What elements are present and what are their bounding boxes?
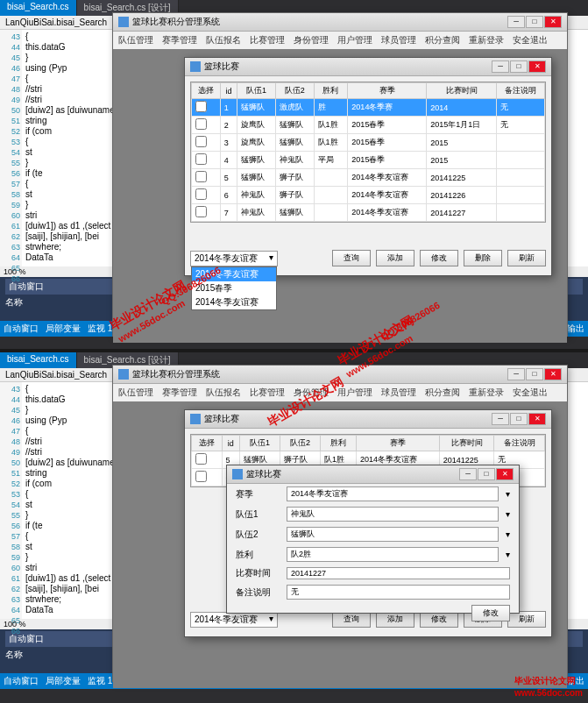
menu-item[interactable]: 队伍管理 <box>118 34 153 46</box>
team2-label: 队伍2 <box>236 529 280 541</box>
dialog-icon <box>190 61 201 72</box>
query-button[interactable]: 查询 <box>332 250 371 266</box>
dialog-icon <box>190 414 201 424</box>
chevron-down-icon: ▾ <box>506 509 510 519</box>
table-row[interactable]: 3旋鹰队猛狮队队1胜2015春季2015 <box>192 134 545 152</box>
app-icon <box>118 369 129 380</box>
time-field[interactable]: 20141227 <box>287 567 510 579</box>
menu-item[interactable]: 安全退出 <box>513 387 548 399</box>
match-list-dialog: 篮球比赛 ─ □ ✕ 选择id队伍1队伍2胜利赛季比赛时间备注说明1猛狮队激虎队… <box>184 57 552 276</box>
season-combo[interactable]: 2014冬季友谊赛▾ <box>190 251 278 266</box>
menu-item[interactable]: 重新登录 <box>469 34 504 46</box>
match-grid[interactable]: 选择id队伍1队伍2胜利赛季比赛时间备注说明1猛狮队激虎队胜2014冬季赛201… <box>190 82 546 223</box>
table-row[interactable]: 2旋鹰队猛狮队队1胜2015春季2015年1月1日无 <box>192 117 545 134</box>
team1-label: 队伍1 <box>236 508 280 521</box>
minimize-icon[interactable]: ─ <box>492 60 509 73</box>
menu-item[interactable]: 队伍管理 <box>118 387 153 399</box>
table-row[interactable]: 6神鬼队狮子队2014冬季友谊赛20141226 <box>192 187 545 204</box>
win-field[interactable]: 队2胜 <box>287 547 499 562</box>
dialog-icon <box>232 469 243 479</box>
edit-match-dialog: 篮球比赛 ─ □ ✕ 赛季2014冬季友谊赛▾ 队伍1神鬼队▾ 队伍2猛狮队▾ … <box>226 465 520 614</box>
maximize-icon[interactable]: □ <box>510 60 528 73</box>
maximize-icon[interactable]: □ <box>526 368 543 380</box>
chevron-down-icon: ▾ <box>506 489 510 499</box>
time-label: 比赛时间 <box>236 567 280 579</box>
close-icon[interactable]: ✕ <box>528 413 546 425</box>
table-row[interactable]: 5猛狮队狮子队2014冬季友谊赛20141225 <box>192 169 545 187</box>
table-row[interactable]: 1猛狮队激虎队胜2014冬季赛2014无 <box>192 99 545 117</box>
team2-field[interactable]: 猛狮队 <box>287 527 499 542</box>
add-button[interactable]: 添加 <box>376 250 414 266</box>
chevron-down-icon: ▾ <box>506 550 510 559</box>
menu-item[interactable]: 积分查阅 <box>425 387 460 399</box>
season-field[interactable]: 2014冬季友谊赛 <box>287 486 499 501</box>
win-label: 胜利 <box>236 549 280 561</box>
app-menu-bar: 队伍管理赛季管理队伍报名比赛管理身份管理用户管理球员管理积分查阅重新登录安全退出 <box>113 384 567 401</box>
menu-item[interactable]: 比赛管理 <box>250 387 285 399</box>
watermark-footer: 毕业设计论文网www.56doc.com <box>514 675 583 698</box>
menu-item[interactable]: 比赛管理 <box>250 34 285 46</box>
submit-button[interactable]: 修改 <box>471 605 510 621</box>
close-icon[interactable]: ✕ <box>544 368 562 380</box>
line-gutter: 4344454647484950515253545556575859606162… <box>0 30 22 266</box>
app-title: 篮球比赛积分管理系统 <box>132 16 220 28</box>
menu-item[interactable]: 积分查阅 <box>425 34 460 46</box>
maximize-icon[interactable]: □ <box>526 16 543 28</box>
minimize-icon[interactable]: ─ <box>459 468 477 480</box>
table-row[interactable]: 7神鬼队猛狮队2014冬季友谊赛20141227 <box>192 204 545 222</box>
menu-item[interactable]: 队伍报名 <box>206 34 241 46</box>
table-row[interactable]: 4猛狮队神鬼队平局2015春季2015 <box>192 152 545 169</box>
menu-item[interactable]: 球员管理 <box>381 34 416 46</box>
remark-label: 备注说明 <box>236 586 280 599</box>
dialog-title: 篮球比赛 <box>246 468 281 480</box>
dialog-title: 篮球比赛 <box>204 60 239 73</box>
menu-item[interactable]: 赛季管理 <box>162 34 197 46</box>
app-title: 篮球比赛积分管理系统 <box>132 368 220 380</box>
menu-item[interactable]: 用户管理 <box>337 34 372 46</box>
line-gutter: 4344454647484950515253545556575859606162… <box>0 382 22 619</box>
season-dropdown-list[interactable]: 2014冬季友谊赛 2015春季 2014冬季友谊赛 <box>191 266 277 310</box>
menu-item[interactable]: 队伍报名 <box>206 387 241 399</box>
chevron-down-icon: ▾ <box>506 529 510 539</box>
tab-file[interactable]: bisai_Search.cs <box>0 0 77 16</box>
season-label: 赛季 <box>236 488 280 501</box>
remark-field[interactable]: 无 <box>287 585 510 600</box>
maximize-icon[interactable]: □ <box>478 468 495 480</box>
maximize-icon[interactable]: □ <box>510 413 528 425</box>
code-editor[interactable]: { this.dataG}using (Pyp{ //stri //stri[d… <box>22 382 123 619</box>
chevron-down-icon: ▾ <box>269 252 273 265</box>
menu-item[interactable]: 身份管理 <box>294 387 329 399</box>
edit-button[interactable]: 修改 <box>420 250 458 266</box>
app-icon <box>118 17 129 27</box>
tab-file[interactable]: bisai_Search.cs <box>0 352 77 368</box>
menu-item[interactable]: 赛季管理 <box>162 387 197 399</box>
minimize-icon[interactable]: ─ <box>507 16 525 28</box>
delete-button[interactable]: 删除 <box>464 250 502 266</box>
app-menu-bar: 队伍管理赛季管理队伍报名比赛管理身份管理用户管理球员管理积分查阅重新登录安全退出 <box>113 32 567 49</box>
minimize-icon[interactable]: ─ <box>492 413 509 425</box>
minimize-icon[interactable]: ─ <box>507 368 525 380</box>
team1-field[interactable]: 神鬼队 <box>287 507 499 522</box>
dialog-title: 篮球比赛 <box>204 413 239 425</box>
menu-item[interactable]: 安全退出 <box>513 34 548 46</box>
menu-item[interactable]: 身份管理 <box>294 34 329 46</box>
menu-item[interactable]: 重新登录 <box>469 387 504 399</box>
close-icon[interactable]: ✕ <box>544 16 562 28</box>
close-icon[interactable]: ✕ <box>496 468 514 480</box>
close-icon[interactable]: ✕ <box>528 60 546 73</box>
menu-item[interactable]: 用户管理 <box>337 387 372 399</box>
refresh-button[interactable]: 刷新 <box>507 250 546 266</box>
menu-item[interactable]: 球员管理 <box>381 387 416 399</box>
code-editor[interactable]: { this.dataG}using (Pyp{ //stri //stri[d… <box>22 30 123 266</box>
